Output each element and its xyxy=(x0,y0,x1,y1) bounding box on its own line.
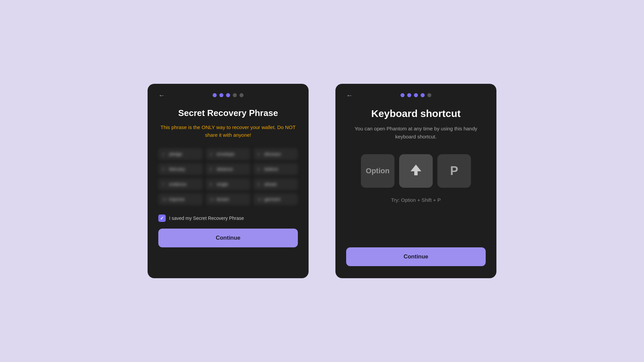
right-card-title: Keyboard shortcut xyxy=(346,108,486,119)
phrase-cell-10: 10 improve xyxy=(158,193,203,205)
phrase-num-8: 8 xyxy=(210,182,215,186)
right-dot-1 xyxy=(400,93,405,97)
try-text: Try: Option + Shift + P xyxy=(346,197,486,203)
phrase-cell-3: 3 dinosaur xyxy=(254,148,298,160)
option-key: Option xyxy=(361,154,394,188)
phrase-cell-12: 12 garment xyxy=(254,193,298,205)
right-dot-2 xyxy=(407,93,411,97)
dot-2 xyxy=(219,93,223,97)
right-continue-button[interactable]: Continue xyxy=(346,247,486,266)
shift-arrow-icon xyxy=(409,163,423,179)
phrase-num-5: 5 xyxy=(210,167,215,171)
phrase-num-3: 3 xyxy=(258,152,262,156)
phrase-num-11: 11 xyxy=(210,197,215,201)
phrase-cell-7: 7 evidence xyxy=(158,178,203,190)
subtitle-text: You can open Phantom at any time by usin… xyxy=(346,125,486,141)
right-dot-4 xyxy=(421,93,425,97)
phrase-word-3: dinosaur xyxy=(264,152,281,157)
phrase-num-1: 1 xyxy=(162,152,167,156)
dot-4 xyxy=(233,93,237,97)
left-card-header: ← xyxy=(158,93,298,97)
phrase-num-4: 4 xyxy=(162,167,167,171)
phrase-cell-1: 1 pledge xyxy=(158,148,203,160)
phrase-word-7: evidence xyxy=(169,182,186,187)
right-card: ← Keyboard shortcut You can open Phantom… xyxy=(335,84,496,278)
left-card-title: Secret Recovery Phrase xyxy=(158,108,298,118)
checkbox-label: I saved my Secret Recovery Phrase xyxy=(169,216,244,221)
progress-dots-left xyxy=(213,93,244,97)
keys-row: Option P xyxy=(346,154,486,188)
progress-dots-right xyxy=(400,93,431,97)
warning-text: This phrase is the ONLY way to recover y… xyxy=(158,124,298,139)
phrase-word-9: ahead xyxy=(264,182,276,187)
right-back-button[interactable]: ← xyxy=(346,92,353,99)
phrase-cell-5: 5 distance xyxy=(206,163,250,175)
phrase-word-10: improve xyxy=(169,197,184,202)
right-dot-5 xyxy=(427,93,431,97)
phrase-num-7: 7 xyxy=(162,182,167,186)
phrase-num-12: 12 xyxy=(258,197,262,201)
checkmark-icon: ✓ xyxy=(160,216,164,221)
phrase-grid: 1 pledge 2 envelope 3 dinosaur 4 februar… xyxy=(158,148,298,205)
phrase-cell-11: 11 tenant xyxy=(206,193,250,205)
phrase-num-2: 2 xyxy=(210,152,215,156)
phrase-cell-6: 6 believe xyxy=(254,163,298,175)
p-key: P xyxy=(437,154,471,188)
phrase-word-2: envelope xyxy=(217,152,234,157)
saved-checkbox[interactable]: ✓ xyxy=(158,215,166,222)
left-card: ← Secret Recovery Phrase This phrase is … xyxy=(148,84,309,278)
left-continue-button[interactable]: Continue xyxy=(158,229,298,247)
phrase-num-9: 9 xyxy=(258,182,262,186)
shift-key xyxy=(399,154,433,188)
right-dot-3 xyxy=(414,93,418,97)
checkbox-row[interactable]: ✓ I saved my Secret Recovery Phrase xyxy=(158,215,298,222)
back-button[interactable]: ← xyxy=(158,92,165,99)
phrase-word-11: tenant xyxy=(217,197,229,202)
phrase-num-6: 6 xyxy=(258,167,262,171)
dot-3 xyxy=(226,93,230,97)
phrase-cell-8: 8 single xyxy=(206,178,250,190)
phrase-num-10: 10 xyxy=(162,197,167,201)
phrase-word-12: garment xyxy=(264,197,280,202)
phrase-cell-9: 9 ahead xyxy=(254,178,298,190)
phrase-word-4: february xyxy=(169,167,185,172)
dot-5 xyxy=(239,93,244,97)
phrase-word-8: single xyxy=(217,182,228,187)
phrase-word-6: believe xyxy=(264,167,278,172)
phrase-cell-2: 2 envelope xyxy=(206,148,250,160)
dot-1 xyxy=(213,93,217,97)
phrase-word-5: distance xyxy=(217,167,233,172)
phrase-cell-4: 4 february xyxy=(158,163,203,175)
phrase-word-1: pledge xyxy=(169,152,182,157)
right-card-header: ← xyxy=(346,93,486,97)
